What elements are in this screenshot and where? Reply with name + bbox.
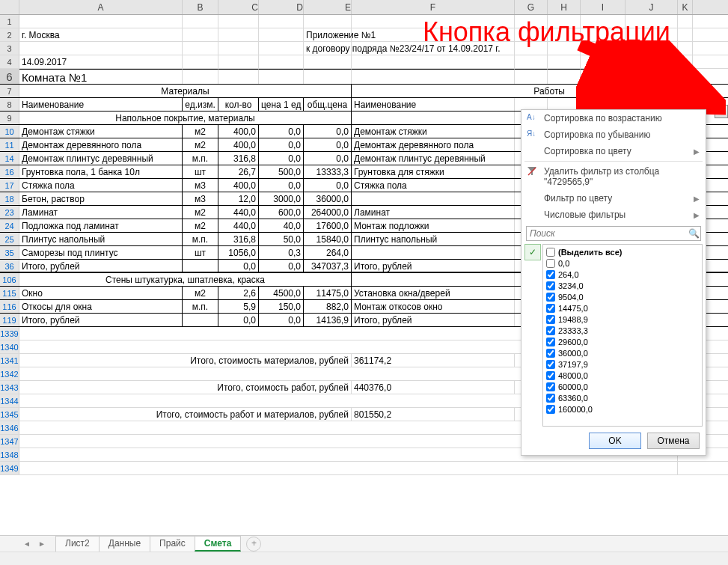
cell[interactable]: 440,0 — [218, 219, 259, 232]
cell[interactable]: 316,8 — [218, 233, 259, 245]
row-header[interactable]: 2 — [0, 28, 19, 41]
filter-value-item[interactable]: (Выделить все) — [545, 246, 700, 257]
row-header[interactable]: 14 — [0, 152, 19, 165]
cell[interactable]: 882,0 — [304, 300, 352, 313]
cell[interactable]: Стяжка пола — [352, 179, 515, 192]
cell-date[interactable]: 14.09.2017 — [19, 55, 183, 68]
cell[interactable]: Грунтовка пола, 1 банка 10л — [19, 165, 183, 178]
cell[interactable]: 12,0 — [218, 192, 259, 205]
filter-value-item[interactable]: 60000,0 — [545, 381, 700, 392]
section-walls[interactable]: Стены штукатурка, шпатлевка, краска — [19, 273, 352, 286]
cell[interactable]: Грунтовка для стяжки — [352, 165, 515, 178]
filter-value-checkbox[interactable] — [546, 270, 555, 279]
row-header[interactable]: 24 — [0, 219, 19, 232]
cell[interactable]: 1056,0 — [218, 246, 259, 259]
total-mat-val[interactable]: 361174,2 — [352, 354, 515, 367]
cell[interactable]: Бетон, раствор — [19, 192, 183, 205]
row-header[interactable]: 9 — [0, 112, 19, 124]
cell[interactable]: 400,0 — [218, 125, 259, 138]
cell[interactable]: шт — [183, 246, 218, 259]
cell[interactable]: 17600,0 — [304, 219, 352, 232]
cell[interactable]: 4500,0 — [259, 287, 304, 299]
cell[interactable]: Установка окна/дверей — [352, 287, 515, 299]
cell[interactable]: Итого, рублей — [19, 314, 183, 326]
sheet-tab[interactable]: Смета — [195, 536, 242, 552]
cell[interactable]: 0,0 — [259, 314, 304, 326]
total-work-val[interactable]: 440376,0 — [352, 381, 515, 394]
row-header[interactable]: 6 — [0, 69, 19, 84]
row-header[interactable]: 3 — [0, 42, 19, 55]
cell[interactable]: 0,0 — [259, 138, 304, 151]
clear-filter-item[interactable]: Удалить фильтр из столбца "4729565,9" — [521, 163, 706, 190]
filter-value-item[interactable]: 0,0 — [545, 257, 700, 269]
row-header[interactable]: 116 — [0, 300, 19, 313]
horizontal-scrollbar[interactable] — [0, 552, 728, 565]
filter-value-item[interactable]: 36000,0 — [545, 347, 700, 358]
cell[interactable]: Ламинат — [352, 206, 515, 219]
filter-value-checkbox[interactable] — [546, 405, 555, 414]
filter-value-item[interactable]: 264,0 — [545, 269, 700, 280]
total-all-val[interactable]: 801550,2 — [352, 408, 515, 421]
add-sheet-button[interactable]: + — [246, 537, 261, 552]
col-header-F[interactable]: F — [352, 0, 515, 14]
cell[interactable]: 2,6 — [218, 287, 259, 299]
col-header-B[interactable]: B — [183, 0, 218, 14]
cell[interactable]: м2 — [183, 138, 218, 151]
cell[interactable]: м3 — [183, 192, 218, 205]
cell[interactable]: 500,0 — [259, 165, 304, 178]
cell[interactable]: м.п. — [183, 300, 218, 313]
row-header[interactable]: 10 — [0, 125, 19, 138]
row-header[interactable]: 1346 — [0, 421, 19, 434]
cell-city[interactable]: г. Москва — [19, 28, 183, 41]
cell-room[interactable]: Комната №1 — [19, 69, 183, 84]
cell[interactable]: Итого, рублей — [19, 260, 183, 272]
col-header-C[interactable]: C — [218, 0, 259, 14]
cell[interactable]: 264,0 — [304, 246, 352, 259]
cell[interactable]: м.п. — [183, 152, 218, 165]
cell[interactable]: 0,0 — [259, 260, 304, 272]
select-all-corner[interactable] — [0, 0, 19, 14]
cell[interactable]: м2 — [183, 287, 218, 299]
filter-value-checkbox[interactable] — [546, 315, 555, 324]
cell[interactable]: 40,0 — [259, 219, 304, 232]
filter-value-checkbox[interactable] — [546, 326, 555, 335]
cell[interactable]: 36000,0 — [304, 192, 352, 205]
ok-button[interactable]: OK — [589, 433, 641, 449]
filter-value-item[interactable]: 160000,0 — [545, 403, 700, 415]
col-unit-header[interactable]: ед.изм. — [183, 98, 218, 111]
cell[interactable]: Откосы для окна — [19, 300, 183, 313]
cell[interactable]: 150,0 — [259, 300, 304, 313]
sort-asc-item[interactable]: A↓ Сортировка по возрастанию — [521, 110, 706, 126]
col-header-E[interactable]: E — [304, 0, 352, 14]
sheet-tab[interactable]: Прайс — [150, 536, 195, 552]
cell[interactable]: м.п. — [183, 233, 218, 245]
cell[interactable]: 440,0 — [218, 206, 259, 219]
col-qty-header[interactable]: кол-во — [218, 98, 259, 111]
filter-value-checkbox[interactable] — [546, 293, 555, 302]
filter-value-checkbox[interactable] — [546, 394, 555, 403]
cell[interactable]: 0,0 — [218, 314, 259, 326]
number-filters-item[interactable]: Числовые фильтры ▶ — [521, 207, 706, 223]
cell[interactable]: 0,0 — [259, 152, 304, 165]
row-header[interactable]: 23 — [0, 206, 19, 219]
filter-value-checkbox[interactable] — [546, 371, 555, 380]
row-header[interactable]: 106 — [0, 273, 19, 286]
cell[interactable]: 3000,0 — [259, 192, 304, 205]
row-header[interactable]: 115 — [0, 287, 19, 299]
row-header[interactable]: 1 — [0, 15, 19, 28]
cell[interactable]: 0,0 — [304, 152, 352, 165]
cell[interactable]: 264000,0 — [304, 206, 352, 219]
cell[interactable]: м2 — [183, 219, 218, 232]
cell[interactable] — [19, 15, 183, 28]
filter-value-checkbox[interactable] — [546, 349, 555, 358]
filter-value-item[interactable]: 14475,0 — [545, 302, 700, 314]
cell-materials-header[interactable]: Материалы — [19, 85, 352, 97]
row-header[interactable]: 4 — [0, 55, 19, 68]
filter-value-item[interactable]: 29600,0 — [545, 336, 700, 347]
filter-value-checkbox[interactable] — [546, 259, 555, 268]
sheet-tab[interactable]: Данные — [99, 536, 150, 552]
filter-color-item[interactable]: Фильтр по цвету ▶ — [521, 190, 706, 207]
total-mat-label[interactable]: Итого, стоимость материалов, рублей — [19, 354, 352, 367]
filter-value-checkbox[interactable] — [546, 304, 555, 313]
cell[interactable]: 0,0 — [259, 125, 304, 138]
